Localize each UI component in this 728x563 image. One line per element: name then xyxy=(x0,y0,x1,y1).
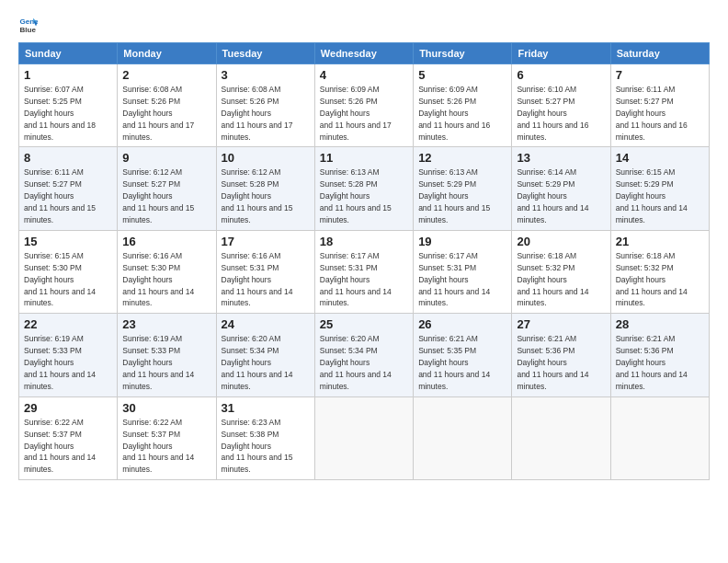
day-number: 28 xyxy=(616,317,704,331)
calendar-cell: 22 Sunrise: 6:19 AMSunset: 5:33 PMDaylig… xyxy=(19,314,118,396)
day-number: 19 xyxy=(418,235,506,248)
day-number: 10 xyxy=(222,151,310,165)
day-number: 20 xyxy=(517,235,605,248)
day-detail: Sunrise: 6:19 AMSunset: 5:33 PMDaylight … xyxy=(24,334,96,391)
day-detail: Sunrise: 6:09 AMSunset: 5:26 PMDaylight … xyxy=(320,85,392,142)
calendar-cell: 2 Sunrise: 6:08 AMSunset: 5:26 PMDayligh… xyxy=(118,64,216,147)
day-number: 4 xyxy=(320,68,408,82)
day-detail: Sunrise: 6:08 AMSunset: 5:26 PMDaylight … xyxy=(122,85,194,142)
day-number: 24 xyxy=(222,317,310,331)
day-detail: Sunrise: 6:11 AMSunset: 5:27 PMDaylight … xyxy=(616,85,688,142)
logo: General Blue xyxy=(18,15,40,35)
calendar-cell: 18 Sunrise: 6:17 AMSunset: 5:31 PMDaylig… xyxy=(314,230,413,313)
day-detail: Sunrise: 6:15 AMSunset: 5:29 PMDaylight … xyxy=(616,167,688,224)
day-number: 27 xyxy=(517,317,605,331)
day-number: 16 xyxy=(122,235,210,248)
calendar-cell: 4 Sunrise: 6:09 AMSunset: 5:26 PMDayligh… xyxy=(314,64,413,147)
calendar-cell: 12 Sunrise: 6:13 AMSunset: 5:29 PMDaylig… xyxy=(414,147,512,230)
day-number: 22 xyxy=(24,317,112,331)
day-detail: Sunrise: 6:07 AMSunset: 5:25 PMDaylight … xyxy=(24,85,96,142)
day-number: 14 xyxy=(616,151,704,165)
day-number: 23 xyxy=(122,317,210,331)
day-detail: Sunrise: 6:12 AMSunset: 5:28 PMDaylight … xyxy=(222,167,293,224)
day-number: 1 xyxy=(24,68,112,82)
day-detail: Sunrise: 6:10 AMSunset: 5:27 PMDaylight … xyxy=(517,85,588,142)
calendar-cell: 1 Sunrise: 6:07 AMSunset: 5:25 PMDayligh… xyxy=(19,64,118,147)
day-number: 7 xyxy=(616,68,704,82)
day-detail: Sunrise: 6:20 AMSunset: 5:34 PMDaylight … xyxy=(222,334,293,391)
day-detail: Sunrise: 6:18 AMSunset: 5:32 PMDaylight … xyxy=(616,251,688,308)
week-row-2: 8 Sunrise: 6:11 AMSunset: 5:27 PMDayligh… xyxy=(19,147,710,230)
calendar-cell: 8 Sunrise: 6:11 AMSunset: 5:27 PMDayligh… xyxy=(19,147,118,230)
day-number: 21 xyxy=(616,235,704,248)
calendar-cell xyxy=(314,396,413,479)
calendar-cell: 13 Sunrise: 6:14 AMSunset: 5:29 PMDaylig… xyxy=(512,147,610,230)
day-detail: Sunrise: 6:20 AMSunset: 5:34 PMDaylight … xyxy=(320,334,392,391)
day-number: 25 xyxy=(320,317,408,331)
calendar-cell: 16 Sunrise: 6:16 AMSunset: 5:30 PMDaylig… xyxy=(118,230,216,313)
calendar-cell: 9 Sunrise: 6:12 AMSunset: 5:27 PMDayligh… xyxy=(118,147,216,230)
day-detail: Sunrise: 6:21 AMSunset: 5:36 PMDaylight … xyxy=(616,334,688,391)
calendar-cell: 28 Sunrise: 6:21 AMSunset: 5:36 PMDaylig… xyxy=(610,314,709,396)
day-number: 8 xyxy=(24,151,112,165)
day-detail: Sunrise: 6:21 AMSunset: 5:36 PMDaylight … xyxy=(517,334,588,391)
day-number: 17 xyxy=(222,235,310,248)
column-header-thursday: Thursday xyxy=(414,43,512,64)
day-detail: Sunrise: 6:16 AMSunset: 5:31 PMDaylight … xyxy=(222,251,293,308)
header-row: SundayMondayTuesdayWednesdayThursdayFrid… xyxy=(19,43,710,64)
column-header-monday: Monday xyxy=(118,43,216,64)
day-number: 15 xyxy=(24,235,112,248)
logo-icon: General Blue xyxy=(18,15,39,35)
day-number: 9 xyxy=(122,151,210,165)
calendar-cell: 23 Sunrise: 6:19 AMSunset: 5:33 PMDaylig… xyxy=(118,314,216,396)
calendar-cell: 14 Sunrise: 6:15 AMSunset: 5:29 PMDaylig… xyxy=(610,147,709,230)
day-detail: Sunrise: 6:16 AMSunset: 5:30 PMDaylight … xyxy=(122,251,194,308)
day-detail: Sunrise: 6:17 AMSunset: 5:31 PMDaylight … xyxy=(320,251,392,308)
day-number: 30 xyxy=(122,401,210,415)
column-header-saturday: Saturday xyxy=(610,43,709,64)
day-detail: Sunrise: 6:09 AMSunset: 5:26 PMDaylight … xyxy=(418,85,490,142)
day-number: 5 xyxy=(418,68,506,82)
day-detail: Sunrise: 6:08 AMSunset: 5:26 PMDaylight … xyxy=(222,85,293,142)
column-header-tuesday: Tuesday xyxy=(216,43,314,64)
day-detail: Sunrise: 6:22 AMSunset: 5:37 PMDaylight … xyxy=(122,418,194,475)
day-detail: Sunrise: 6:13 AMSunset: 5:28 PMDaylight … xyxy=(320,167,392,224)
day-detail: Sunrise: 6:12 AMSunset: 5:27 PMDaylight … xyxy=(122,167,194,224)
calendar-cell: 27 Sunrise: 6:21 AMSunset: 5:36 PMDaylig… xyxy=(512,314,610,396)
day-number: 29 xyxy=(24,401,112,415)
day-detail: Sunrise: 6:11 AMSunset: 5:27 PMDaylight … xyxy=(24,167,96,224)
calendar-cell: 24 Sunrise: 6:20 AMSunset: 5:34 PMDaylig… xyxy=(216,314,314,396)
calendar-cell: 10 Sunrise: 6:12 AMSunset: 5:28 PMDaylig… xyxy=(216,147,314,230)
week-row-4: 22 Sunrise: 6:19 AMSunset: 5:33 PMDaylig… xyxy=(19,314,710,396)
day-number: 2 xyxy=(122,68,210,82)
week-row-5: 29 Sunrise: 6:22 AMSunset: 5:37 PMDaylig… xyxy=(19,396,710,479)
calendar-cell: 21 Sunrise: 6:18 AMSunset: 5:32 PMDaylig… xyxy=(610,230,709,313)
calendar-cell xyxy=(414,396,512,479)
calendar-cell: 30 Sunrise: 6:22 AMSunset: 5:37 PMDaylig… xyxy=(118,396,216,479)
calendar-cell: 11 Sunrise: 6:13 AMSunset: 5:28 PMDaylig… xyxy=(314,147,413,230)
week-row-3: 15 Sunrise: 6:15 AMSunset: 5:30 PMDaylig… xyxy=(19,230,710,313)
calendar-cell: 5 Sunrise: 6:09 AMSunset: 5:26 PMDayligh… xyxy=(414,64,512,147)
day-number: 12 xyxy=(418,151,506,165)
day-detail: Sunrise: 6:17 AMSunset: 5:31 PMDaylight … xyxy=(418,251,490,308)
calendar-cell xyxy=(610,396,709,479)
calendar-cell: 7 Sunrise: 6:11 AMSunset: 5:27 PMDayligh… xyxy=(610,64,709,147)
day-detail: Sunrise: 6:15 AMSunset: 5:30 PMDaylight … xyxy=(24,251,96,308)
day-detail: Sunrise: 6:23 AMSunset: 5:38 PMDaylight … xyxy=(222,418,293,475)
day-number: 6 xyxy=(517,68,605,82)
calendar-cell xyxy=(512,396,610,479)
day-number: 31 xyxy=(222,401,310,415)
calendar-cell: 29 Sunrise: 6:22 AMSunset: 5:37 PMDaylig… xyxy=(19,396,118,479)
calendar-cell: 15 Sunrise: 6:15 AMSunset: 5:30 PMDaylig… xyxy=(19,230,118,313)
calendar-cell: 26 Sunrise: 6:21 AMSunset: 5:35 PMDaylig… xyxy=(414,314,512,396)
day-number: 18 xyxy=(320,235,408,248)
day-number: 26 xyxy=(418,317,506,331)
calendar-table: SundayMondayTuesdayWednesdayThursdayFrid… xyxy=(18,42,710,480)
calendar-cell: 17 Sunrise: 6:16 AMSunset: 5:31 PMDaylig… xyxy=(216,230,314,313)
day-number: 3 xyxy=(222,68,310,82)
day-detail: Sunrise: 6:13 AMSunset: 5:29 PMDaylight … xyxy=(418,167,490,224)
calendar-cell: 19 Sunrise: 6:17 AMSunset: 5:31 PMDaylig… xyxy=(414,230,512,313)
day-detail: Sunrise: 6:19 AMSunset: 5:33 PMDaylight … xyxy=(122,334,194,391)
week-row-1: 1 Sunrise: 6:07 AMSunset: 5:25 PMDayligh… xyxy=(19,64,710,147)
column-header-friday: Friday xyxy=(512,43,610,64)
